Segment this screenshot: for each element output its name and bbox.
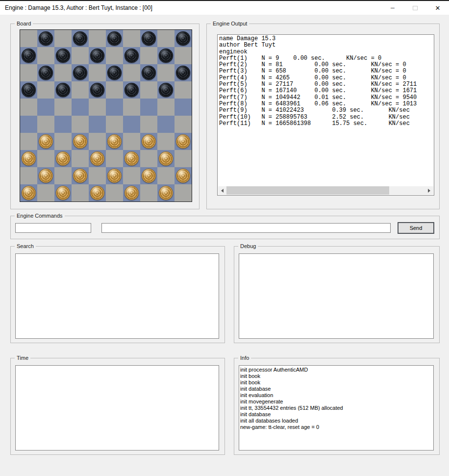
white-piece[interactable] — [142, 169, 156, 183]
black-piece[interactable] — [73, 66, 87, 80]
board-square[interactable] — [37, 133, 54, 150]
board-square[interactable] — [54, 64, 72, 81]
board-square[interactable] — [37, 30, 54, 47]
board-square[interactable] — [123, 184, 140, 201]
board-square[interactable] — [106, 30, 123, 47]
board-square[interactable] — [72, 184, 89, 201]
board-square[interactable] — [54, 99, 72, 116]
black-piece[interactable] — [176, 31, 190, 46]
board-square[interactable] — [175, 47, 192, 64]
white-piece[interactable] — [90, 151, 104, 166]
board-square[interactable] — [20, 99, 37, 116]
board-square[interactable] — [175, 133, 192, 150]
board-square[interactable] — [106, 184, 123, 201]
board-square[interactable] — [20, 133, 37, 150]
board-square[interactable] — [72, 47, 89, 64]
white-piece[interactable] — [142, 134, 156, 149]
board-square[interactable] — [175, 184, 192, 201]
search-textarea[interactable] — [15, 253, 219, 339]
command-input-small[interactable] — [15, 223, 91, 233]
white-piece[interactable] — [22, 186, 36, 200]
send-button[interactable]: Send — [398, 222, 434, 234]
horizontal-scrollbar[interactable] — [218, 186, 433, 195]
black-piece[interactable] — [39, 66, 53, 80]
board-square[interactable] — [123, 133, 140, 150]
black-piece[interactable] — [107, 31, 122, 46]
scrollbar-left-arrow[interactable] — [218, 186, 226, 195]
board-square[interactable] — [89, 30, 106, 47]
board-square[interactable] — [106, 47, 123, 64]
board-square[interactable] — [123, 99, 140, 116]
black-piece[interactable] — [90, 83, 104, 97]
white-piece[interactable] — [90, 186, 104, 200]
black-piece[interactable] — [159, 83, 173, 97]
board-square[interactable] — [140, 47, 157, 64]
board-square[interactable] — [175, 64, 192, 81]
board-square[interactable] — [123, 81, 140, 99]
board-square[interactable] — [140, 116, 157, 133]
board-square[interactable] — [157, 47, 175, 64]
engine-output-area[interactable]: name Damage 15.3 author Bert Tuyt engine… — [217, 34, 434, 196]
black-piece[interactable] — [142, 31, 156, 46]
board-square[interactable] — [140, 150, 157, 167]
board-square[interactable] — [72, 30, 89, 47]
board-square[interactable] — [123, 64, 140, 81]
white-piece[interactable] — [73, 134, 87, 149]
board-square[interactable] — [72, 64, 89, 81]
board-square[interactable] — [157, 81, 175, 99]
board-square[interactable] — [157, 64, 175, 81]
white-piece[interactable] — [22, 151, 36, 166]
board-square[interactable] — [72, 116, 89, 133]
board-square[interactable] — [89, 116, 106, 133]
black-piece[interactable] — [142, 66, 156, 80]
board-square[interactable] — [89, 150, 106, 167]
board-square[interactable] — [89, 99, 106, 116]
white-piece[interactable] — [107, 169, 122, 183]
board-square[interactable] — [175, 116, 192, 133]
board-square[interactable] — [140, 167, 157, 184]
board-square[interactable] — [37, 150, 54, 167]
titlebar[interactable]: Engine : Damage 15.3, Author : Bert Tuyt… — [0, 0, 449, 15]
board-square[interactable] — [54, 167, 72, 184]
board-square[interactable] — [157, 99, 175, 116]
board-square[interactable] — [89, 184, 106, 201]
board-square[interactable] — [123, 47, 140, 64]
board-square[interactable] — [157, 133, 175, 150]
board-square[interactable] — [106, 116, 123, 133]
board-square[interactable] — [89, 167, 106, 184]
black-piece[interactable] — [176, 66, 190, 80]
board-square[interactable] — [54, 47, 72, 64]
black-piece[interactable] — [56, 83, 70, 97]
white-piece[interactable] — [159, 151, 173, 166]
white-piece[interactable] — [176, 134, 190, 149]
board-square[interactable] — [54, 184, 72, 201]
debug-textarea[interactable] — [239, 253, 434, 339]
board-square[interactable] — [140, 133, 157, 150]
board-square[interactable] — [175, 150, 192, 167]
black-piece[interactable] — [125, 83, 139, 97]
board-square[interactable] — [20, 81, 37, 99]
board-square[interactable] — [140, 81, 157, 99]
maximize-button[interactable] — [404, 1, 426, 15]
board-square[interactable] — [72, 133, 89, 150]
board-square[interactable] — [106, 81, 123, 99]
white-piece[interactable] — [176, 169, 190, 183]
board-square[interactable] — [123, 167, 140, 184]
info-textarea[interactable]: init processor AuthenticAMDinit bookinit… — [239, 365, 434, 451]
board-square[interactable] — [20, 184, 37, 201]
board-square[interactable] — [37, 116, 54, 133]
white-piece[interactable] — [39, 134, 53, 149]
board-square[interactable] — [20, 116, 37, 133]
board-square[interactable] — [20, 150, 37, 167]
board-square[interactable] — [140, 64, 157, 81]
white-piece[interactable] — [56, 151, 70, 166]
board-square[interactable] — [89, 81, 106, 99]
board-square[interactable] — [37, 184, 54, 201]
board-square[interactable] — [157, 167, 175, 184]
board-square[interactable] — [106, 150, 123, 167]
black-piece[interactable] — [125, 49, 139, 63]
board-square[interactable] — [54, 30, 72, 47]
black-piece[interactable] — [39, 31, 53, 46]
white-piece[interactable] — [73, 169, 87, 183]
board-square[interactable] — [89, 47, 106, 64]
